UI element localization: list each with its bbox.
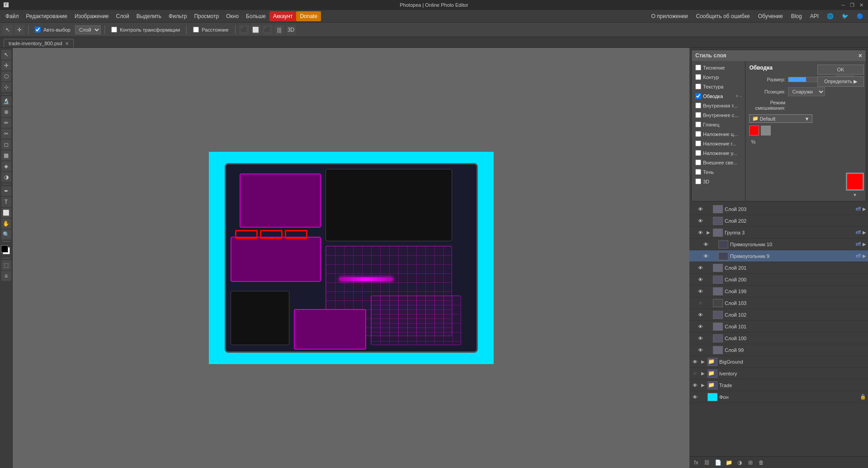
effect-gradient-overlay[interactable]: Наложение г... xyxy=(692,139,745,148)
effect-stroke-remove[interactable]: - xyxy=(740,94,741,98)
menu-filter[interactable]: Фильтр xyxy=(165,11,190,21)
menu-report[interactable]: Сообщить об ошибке xyxy=(693,11,752,21)
align-center-icon[interactable]: ⬜ xyxy=(251,25,261,35)
effect-texture-checkbox[interactable] xyxy=(695,84,701,89)
effect-inner-shadow[interactable]: Внутренняя т... xyxy=(692,101,745,110)
social-twitter-icon[interactable]: 🐦 xyxy=(839,11,851,21)
tool-hand[interactable]: ✋ xyxy=(1,219,11,229)
effect-3d-checkbox[interactable] xyxy=(695,178,701,184)
effect-drop-shadow-checkbox[interactable] xyxy=(695,169,701,175)
menu-edit[interactable]: Редактирование xyxy=(23,11,71,21)
layer-200-visibility[interactable] xyxy=(697,276,704,283)
layer-grid-icon[interactable]: ⊞ xyxy=(746,459,755,467)
document-tab[interactable]: trade-inventory_800.psd ✕ xyxy=(4,39,74,47)
layer-99-visibility[interactable] xyxy=(697,346,704,354)
close-button[interactable]: ✕ xyxy=(858,2,864,8)
layer-mask-icon[interactable]: ◑ xyxy=(736,459,744,467)
transform-checkbox[interactable] xyxy=(111,27,117,33)
tab-close-button[interactable]: ✕ xyxy=(65,41,69,46)
layer-row-rect9[interactable]: Прямоугольник 9 eff ▶ xyxy=(689,250,868,262)
canvas-area[interactable] xyxy=(13,48,689,468)
trade-visibility[interactable] xyxy=(691,382,698,389)
distance-checkbox[interactable] xyxy=(193,27,199,33)
tool-text[interactable]: T xyxy=(1,197,11,207)
menu-account[interactable]: Аккаунт xyxy=(269,11,296,21)
tool-shape[interactable]: ⬜ xyxy=(1,208,11,218)
bigground-visibility[interactable] xyxy=(691,358,698,365)
effect-satin-checkbox[interactable] xyxy=(695,122,701,127)
rect9-arrow[interactable]: ▶ xyxy=(863,253,866,258)
layer-100-visibility[interactable] xyxy=(697,335,704,342)
autoselect-toggle[interactable]: Авто-выбор xyxy=(32,25,73,34)
menu-api[interactable]: API xyxy=(807,11,821,21)
tool-move[interactable]: ✛ xyxy=(14,25,24,35)
color-swatch-red[interactable] xyxy=(749,126,759,136)
bigground-expand[interactable]: ▶ xyxy=(700,359,706,365)
distribute-icon[interactable]: ||| xyxy=(274,25,284,35)
layer-row-199[interactable]: Слой 199 xyxy=(689,285,868,297)
layer-row-103[interactable]: 👁 Слой 103 xyxy=(689,297,868,309)
effect-drop-shadow[interactable]: Тень xyxy=(692,167,745,177)
preview-color-swatch[interactable] xyxy=(846,173,864,191)
inventory-visibility[interactable]: 👁 xyxy=(691,370,698,377)
tool-arrow[interactable]: ↖ xyxy=(1,50,11,60)
menu-window[interactable]: Окно xyxy=(222,11,242,21)
layer-row-rect10[interactable]: Прямоугольник 10 eff ▶ xyxy=(689,239,868,250)
layer-202-visibility[interactable] xyxy=(697,217,704,225)
menu-blog[interactable]: Blog xyxy=(788,11,805,21)
align-right-icon[interactable]: ⬛ xyxy=(263,25,273,35)
tool-pen[interactable]: ✒ xyxy=(1,186,11,196)
menu-view[interactable]: Просмотр xyxy=(190,11,222,21)
effect-texture[interactable]: Текстура xyxy=(692,82,745,91)
layer-103-visibility[interactable]: 👁 xyxy=(697,300,704,307)
background-visibility[interactable] xyxy=(691,393,698,401)
tool-stamp[interactable]: ✂ xyxy=(1,129,11,139)
tool-eraser[interactable]: ◻ xyxy=(1,140,11,150)
quick-mask-icon[interactable]: ⬚ xyxy=(1,260,11,270)
layer-chain-icon[interactable]: ⛓ xyxy=(703,459,711,467)
tool-lasso[interactable]: ⬡ xyxy=(1,71,11,81)
extras-icon[interactable]: ≡ xyxy=(1,271,11,281)
rect9-visibility[interactable] xyxy=(702,253,709,260)
tool-gradient[interactable]: ▦ xyxy=(1,150,11,160)
align-left-icon[interactable]: ⬛ xyxy=(239,25,249,35)
effect-satin[interactable]: Глянец xyxy=(692,120,745,129)
3d-icon[interactable]: 3D xyxy=(286,25,296,35)
menu-about[interactable]: О приложении xyxy=(648,11,690,21)
tool-heal[interactable]: ⊕ xyxy=(1,107,11,117)
layer-row-201[interactable]: Слой 201 xyxy=(689,262,868,274)
layer-101-visibility[interactable] xyxy=(697,323,704,330)
group3-visibility[interactable] xyxy=(697,229,704,236)
layer-type-select[interactable]: Слой xyxy=(75,25,101,34)
inventory-expand[interactable]: ▶ xyxy=(700,371,706,376)
layer-row-101[interactable]: Слой 101 xyxy=(689,321,868,332)
trade-expand[interactable]: ▶ xyxy=(700,383,706,388)
rect10-arrow[interactable]: ▶ xyxy=(863,242,866,247)
tool-zoom[interactable]: 🔍 xyxy=(1,229,11,239)
rect10-visibility[interactable] xyxy=(702,241,709,248)
layer-102-visibility[interactable] xyxy=(697,311,704,318)
effect-inner-glow-checkbox[interactable] xyxy=(695,112,701,118)
tool-dodge[interactable]: ◑ xyxy=(1,172,11,182)
effect-color-overlay-checkbox[interactable] xyxy=(695,131,701,137)
layer-eff-icon[interactable]: fx xyxy=(692,459,700,467)
tool-crop[interactable]: ⊹ xyxy=(1,82,11,92)
tool-select[interactable]: ↖ xyxy=(3,25,13,35)
layer-row-bigground[interactable]: ▶ 📁 BigGround xyxy=(689,356,868,368)
social-photopea-icon[interactable]: 🌐 xyxy=(824,11,836,21)
effect-inner-shadow-checkbox[interactable] xyxy=(695,103,701,108)
menu-donate[interactable]: Donate xyxy=(296,11,321,21)
effect-stroke[interactable]: Обводка + - xyxy=(692,91,745,101)
effect-3d[interactable]: 3D xyxy=(692,177,745,186)
effect-emboss-checkbox[interactable] xyxy=(695,65,701,70)
layer-row-100[interactable]: Слой 100 xyxy=(689,332,868,344)
tool-brush[interactable]: ✏ xyxy=(1,118,11,128)
effect-contour[interactable]: Контур xyxy=(692,72,745,82)
layer-row-background[interactable]: Фон 🔒 xyxy=(689,391,868,403)
layer-row-trade[interactable]: ▶ 📁 Trade xyxy=(689,379,868,391)
effect-pattern-overlay[interactable]: Наложение у... xyxy=(692,148,745,158)
effect-outer-glow[interactable]: Внешнее све... xyxy=(692,158,745,167)
restore-button[interactable]: ❐ xyxy=(849,2,855,8)
blend-mode-folder-dropdown[interactable]: 📁 Default ▼ xyxy=(749,114,812,123)
group3-arrow[interactable]: ▶ xyxy=(863,230,866,235)
